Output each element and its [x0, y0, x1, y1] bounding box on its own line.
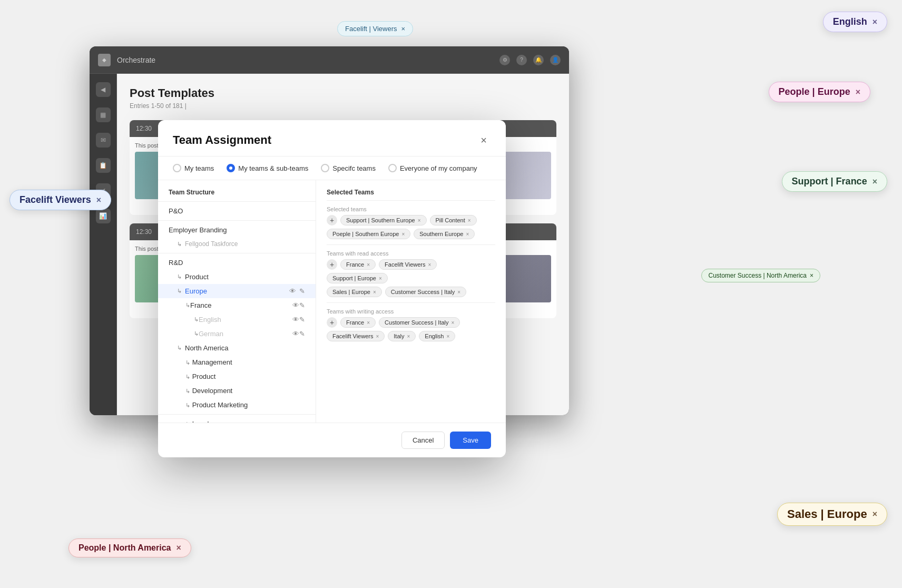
sales-europe-tag: Sales | Europe × [777, 503, 887, 526]
tree-item-r-d[interactable]: R&D [158, 256, 316, 270]
tree-item-europe[interactable]: ↳ Europe 👁 ✎ [158, 284, 316, 298]
close-icon[interactable]: × [457, 289, 460, 295]
radio-circle-my-teams-sub [227, 164, 235, 172]
facelift-viewers-small-tag: Facelift | Viewers × [337, 21, 413, 36]
view-icon-german[interactable]: 👁 [292, 330, 299, 338]
modal-body: Team Structure P&O Employer Branding ↳ F… [158, 180, 506, 423]
radio-my-teams[interactable]: My teams [173, 164, 214, 172]
view-icon-france[interactable]: 👁 [292, 301, 299, 309]
tree-item-product2[interactable]: ↳ Product [158, 369, 316, 384]
app-logo: ◆ [98, 54, 111, 66]
bell-icon[interactable]: 🔔 [533, 55, 544, 65]
close-icon[interactable]: × [872, 177, 877, 187]
sidebar-icon-5[interactable]: 📊 [96, 209, 111, 223]
close-icon[interactable]: × [401, 25, 406, 33]
selected-teams-label: Selected teams [327, 206, 495, 212]
close-icon[interactable]: × [367, 262, 370, 268]
tree-item-north-america[interactable]: ↳ North America [158, 341, 316, 355]
facelift-viewers-big-tag: Facelift Viewers × [9, 190, 111, 210]
customer-success-na-tag: Customer Success | North America × [701, 269, 820, 282]
chip-support-europe-read: Support | Europe × [327, 273, 388, 283]
modal-title: Team Assignment [173, 133, 271, 147]
save-button[interactable]: Save [450, 432, 491, 449]
close-icon[interactable]: × [872, 17, 877, 27]
sidebar-icon-3[interactable]: 📋 [96, 158, 111, 173]
close-icon[interactable]: × [401, 231, 405, 237]
edit-icon[interactable]: ✎ [299, 287, 305, 295]
chip-france-write: France × [340, 317, 376, 328]
team-assignment-modal: Team Assignment × My teams My teams & su… [158, 120, 506, 457]
radio-circle-everyone [388, 164, 397, 172]
add-read-access-button[interactable]: + [327, 259, 337, 270]
tree-item-german[interactable]: ↳ German 👁 ✎ [158, 327, 316, 341]
close-icon[interactable]: × [367, 320, 370, 326]
close-icon[interactable]: × [373, 289, 376, 295]
tree-item-france[interactable]: ↳ France 👁 ✎ [158, 298, 316, 312]
close-icon[interactable]: × [452, 320, 455, 326]
radio-circle-specific-teams [321, 164, 329, 172]
tree-item-english[interactable]: ↳ English 👁 ✎ [158, 312, 316, 327]
settings-icon[interactable]: ⚙ [499, 55, 510, 65]
people-north-america-tag: People | North America × [68, 538, 191, 557]
tree-item-product[interactable]: ↳ Product [158, 270, 316, 284]
support-france-tag: Support | France × [782, 171, 887, 192]
close-icon[interactable]: × [96, 195, 101, 205]
tree-item-employer-branding[interactable]: Employer Branding [158, 223, 316, 237]
close-icon[interactable]: × [446, 334, 449, 339]
close-icon[interactable]: × [376, 334, 379, 339]
add-write-access-button[interactable]: + [327, 317, 337, 328]
tree-item-product-marketing[interactable]: ↳ Product Marketing [158, 398, 316, 412]
help-icon[interactable]: ? [516, 55, 527, 65]
cancel-button[interactable]: Cancel [401, 432, 445, 449]
chip-facelift-viewers-read: Facelift Viewers × [379, 259, 437, 270]
close-icon[interactable]: × [176, 543, 181, 553]
modal-close-button[interactable]: × [476, 133, 491, 148]
sidebar-collapse-icon[interactable]: ◀ [96, 82, 111, 97]
selected-teams-tags: + Support | Southern Europe × Pill Conte… [327, 215, 495, 226]
tree-item-development[interactable]: ↳ Development [158, 384, 316, 398]
close-icon[interactable]: × [379, 276, 382, 281]
close-icon[interactable]: × [428, 262, 432, 268]
view-icon-english[interactable]: 👁 [292, 316, 299, 324]
tree-item-management[interactable]: ↳ Management [158, 355, 316, 369]
close-icon[interactable]: × [856, 87, 860, 97]
close-icon[interactable]: × [466, 231, 469, 237]
edit-icon-english[interactable]: ✎ [299, 316, 305, 324]
modal-footer: Cancel Save [158, 423, 506, 457]
read-access-tags-1: + France × Facelift Viewers × Support | … [327, 259, 495, 283]
close-icon[interactable]: × [468, 218, 471, 223]
write-access-tags-1: + France × Customer Success | Italy × [327, 317, 495, 328]
chip-customer-success-italy-read: Customer Success | Italy × [385, 287, 466, 297]
view-icon[interactable]: 👁 [289, 287, 296, 295]
avatar[interactable]: 👤 [550, 55, 561, 65]
radio-my-teams-sub[interactable]: My teams & sub-teams [227, 164, 308, 172]
app-title: Orchestrate [117, 56, 155, 64]
tree-item-fellgood[interactable]: ↳ Fellgood Taskforce [158, 237, 316, 251]
sidebar-icon-2[interactable]: ✉ [96, 133, 111, 148]
write-access-label: Teams with writing access [327, 308, 495, 315]
tree-item-legal[interactable]: ↳ Legal [158, 417, 316, 423]
chip-facelift-viewers-write: Facelift Viewers × [327, 331, 385, 341]
chip-english-write: English × [419, 331, 455, 341]
chip-sales-europe-read: Sales | Europe × [327, 287, 382, 297]
team-structure-header: Team Structure [158, 189, 316, 202]
radio-everyone[interactable]: Everyone of my company [388, 164, 477, 172]
chip-pill-content: Pill Content × [430, 215, 477, 226]
chip-customer-success-italy-write: Customer Success | Italy × [379, 317, 460, 328]
close-icon[interactable]: × [872, 509, 877, 519]
radio-specific-teams[interactable]: Specifc teams [321, 164, 376, 172]
chip-france-read: France × [340, 259, 376, 270]
tree-item-p-o[interactable]: P&O [158, 204, 316, 218]
selected-teams-panel: Selected Teams Selected teams + Support … [316, 180, 506, 423]
edit-icon-france[interactable]: ✎ [299, 301, 305, 309]
sidebar-icon-1[interactable]: ▦ [96, 107, 111, 122]
edit-icon-german[interactable]: ✎ [299, 330, 305, 338]
chip-support-southern-europe: Support | Southern Europe × [340, 215, 427, 226]
topbar-right: ⚙ ? 🔔 👤 [499, 55, 561, 65]
close-icon[interactable]: × [418, 218, 421, 223]
radio-options-row: My teams My teams & sub-teams Specifc te… [158, 156, 506, 180]
add-selected-team-button[interactable]: + [327, 215, 337, 226]
team-structure-panel: Team Structure P&O Employer Branding ↳ F… [158, 180, 316, 423]
close-icon[interactable]: × [407, 334, 410, 339]
write-access-tags-2: Facelift Viewers × Italy × English × [327, 331, 495, 341]
